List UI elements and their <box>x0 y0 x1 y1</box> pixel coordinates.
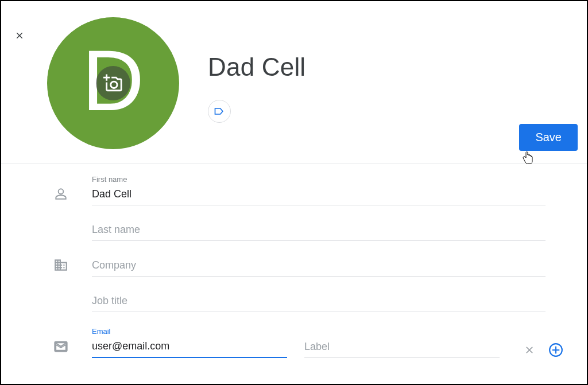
email-field: Email <box>92 327 287 358</box>
contact-name-title: Dad Cell <box>208 53 305 81</box>
last-name-field <box>92 220 546 241</box>
save-button[interactable]: Save <box>519 124 578 151</box>
company-input[interactable] <box>92 256 546 277</box>
camera-add-icon <box>103 73 123 93</box>
name-row: First name <box>53 175 564 205</box>
contact-form: First name Email <box>1 164 587 358</box>
close-icon <box>524 344 535 356</box>
job-title-input[interactable] <box>92 291 546 312</box>
job-title-row <box>53 291 564 312</box>
header-text: Dad Cell <box>208 17 305 123</box>
add-circle-icon <box>548 343 563 357</box>
email-row: Email <box>53 327 564 358</box>
email-input[interactable] <box>92 337 287 358</box>
company-row <box>53 256 564 277</box>
person-icon <box>53 186 69 202</box>
email-label-field <box>304 337 500 358</box>
email-icon <box>53 339 69 355</box>
first-name-field: First name <box>92 175 546 205</box>
company-field <box>92 256 546 277</box>
clear-email-button[interactable] <box>521 342 537 358</box>
add-photo-button[interactable] <box>96 66 130 100</box>
contact-header: D Dad Cell <box>1 1 587 149</box>
email-label-input[interactable] <box>304 337 500 358</box>
last-name-row <box>53 220 564 241</box>
label-icon <box>214 106 225 117</box>
add-email-button[interactable] <box>548 342 564 358</box>
avatar-container: D <box>47 17 179 149</box>
job-title-field <box>92 291 546 312</box>
email-row-actions <box>521 342 564 358</box>
building-icon <box>53 257 69 273</box>
last-name-input[interactable] <box>92 220 546 241</box>
add-label-button[interactable] <box>208 100 231 123</box>
first-name-input[interactable] <box>92 185 546 205</box>
email-label: Email <box>92 327 287 336</box>
first-name-label: First name <box>92 175 546 184</box>
